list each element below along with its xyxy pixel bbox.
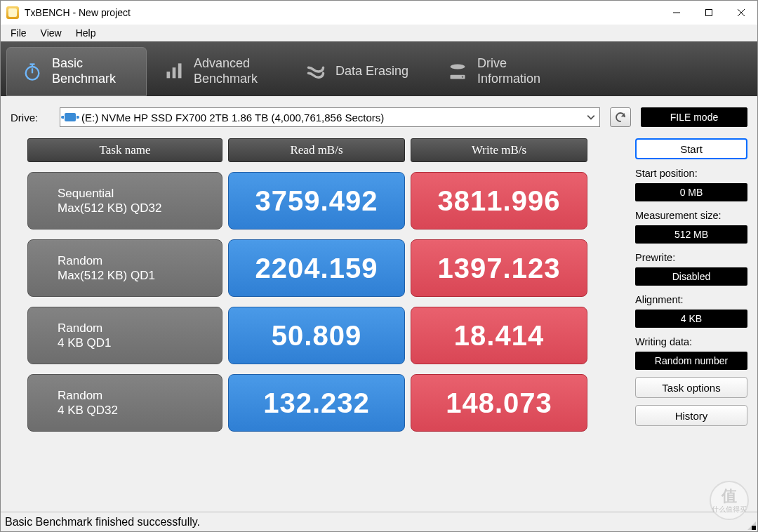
refresh-button[interactable] <box>610 107 631 127</box>
tab-data-erasing[interactable]: Data Erasing <box>290 47 430 96</box>
result-row: Random4 KB QD1 50.809 18.414 <box>27 307 627 364</box>
task-line1: Random <box>58 253 222 268</box>
task-cell: RandomMax(512 KB) QD1 <box>27 239 222 297</box>
status-bar: Basic Benchmark finished successfully. <box>1 512 757 531</box>
task-line2: Max(512 KB) QD1 <box>58 268 222 283</box>
maximize-button[interactable] <box>693 1 725 25</box>
start-label: Start <box>680 143 703 155</box>
watermark-bottom: 什么值得买 <box>712 505 747 513</box>
start-position-label: Start position: <box>635 168 747 179</box>
task-line2: 4 KB QD1 <box>58 335 222 350</box>
tab-basic-benchmark[interactable]: BasicBenchmark <box>6 47 147 96</box>
app-window: TxBENCH - New project File View Help Bas… <box>0 0 758 532</box>
write-value: 18.414 <box>411 307 587 364</box>
task-options-button[interactable]: Task options <box>635 377 747 398</box>
tab-advanced-benchmark[interactable]: AdvancedBenchmark <box>148 47 288 96</box>
menu-bar: File View Help <box>1 25 757 41</box>
erase-icon <box>306 62 326 81</box>
file-mode-button[interactable]: FILE mode <box>641 107 747 127</box>
task-line1: Random <box>58 321 222 335</box>
bars-icon <box>164 62 184 81</box>
task-line2: 4 KB QD32 <box>58 403 222 418</box>
header-task: Task name <box>27 138 222 162</box>
header-read: Read mB/s <box>228 138 405 162</box>
write-value: 1397.123 <box>411 239 587 297</box>
read-value: 2204.159 <box>228 239 405 297</box>
start-button[interactable]: Start <box>635 138 747 159</box>
svg-point-13 <box>462 76 463 77</box>
write-value: 3811.996 <box>411 172 587 230</box>
tab-label: Drive <box>477 56 540 72</box>
watermark-top: 值 <box>712 488 747 505</box>
title-bar: TxBENCH - New project <box>1 1 757 25</box>
app-icon <box>6 6 19 19</box>
refresh-icon <box>614 111 627 124</box>
measurement-size-value[interactable]: 512 MB <box>635 225 747 244</box>
drive-row: Drive: (E:) NVMe HP SSD FX700 2TB 1.86 T… <box>1 96 757 131</box>
tab-drive-information[interactable]: DriveInformation <box>432 47 572 96</box>
result-row: Random4 KB QD32 132.232 148.073 <box>27 374 627 432</box>
history-label: History <box>675 410 708 422</box>
task-line1: Sequential <box>58 186 222 201</box>
drive-select[interactable]: (E:) NVMe HP SSD FX700 2TB 1.86 TB (4,00… <box>60 107 600 127</box>
file-mode-label: FILE mode <box>670 112 718 123</box>
svg-rect-10 <box>178 63 182 78</box>
status-text: Basic Benchmark finished successfully. <box>5 516 200 528</box>
task-line2: Max(512 KB) QD32 <box>58 201 222 215</box>
alignment-value[interactable]: 4 KB <box>635 310 747 328</box>
menu-file[interactable]: File <box>5 26 32 40</box>
alignment-label: Alignment: <box>635 294 747 305</box>
read-value: 3759.492 <box>228 172 405 230</box>
writing-data-value[interactable]: Random number <box>635 352 747 370</box>
resize-grip-icon[interactable] <box>746 520 756 530</box>
measurement-size-label: Measurement size: <box>635 210 747 221</box>
close-button[interactable] <box>725 1 757 25</box>
tab-label: Data Erasing <box>335 64 408 79</box>
prewrite-label: Prewrite: <box>635 252 747 263</box>
svg-rect-8 <box>167 72 171 78</box>
svg-rect-9 <box>173 67 176 78</box>
prewrite-value[interactable]: Disabled <box>635 267 747 286</box>
chevron-down-icon <box>587 112 595 124</box>
writing-data-label: Writing data: <box>635 336 747 347</box>
svg-point-11 <box>451 65 465 69</box>
tab-label: Benchmark <box>52 72 116 87</box>
menu-view[interactable]: View <box>35 26 67 40</box>
drive-icon <box>448 62 467 81</box>
tabs-bar: BasicBenchmark AdvancedBenchmark Data Er… <box>1 41 757 96</box>
sidebar: Start Start position: 0 MB Measurement s… <box>635 138 747 512</box>
write-value: 148.073 <box>411 374 587 432</box>
drive-label: Drive: <box>11 112 50 124</box>
minimize-button[interactable] <box>660 1 693 25</box>
window-controls <box>660 1 757 25</box>
result-row: RandomMax(512 KB) QD1 2204.159 1397.123 <box>27 239 627 297</box>
results-header: Task name Read mB/s Write mB/s <box>27 138 627 162</box>
watermark-badge: 值什么值得买 <box>710 481 749 520</box>
read-value: 132.232 <box>228 374 405 432</box>
tab-label: Benchmark <box>194 72 258 87</box>
task-options-label: Task options <box>662 382 720 394</box>
history-button[interactable]: History <box>635 405 747 426</box>
task-cell: Random4 KB QD1 <box>27 307 222 364</box>
disk-icon <box>65 113 76 121</box>
task-cell: SequentialMax(512 KB) QD32 <box>27 172 222 230</box>
content-body: Task name Read mB/s Write mB/s Sequentia… <box>1 131 757 512</box>
stopwatch-icon <box>22 62 42 81</box>
tab-label: Advanced <box>194 56 258 72</box>
read-value: 50.809 <box>228 307 405 364</box>
tab-label: Information <box>477 72 540 87</box>
results-panel: Task name Read mB/s Write mB/s Sequentia… <box>27 138 627 512</box>
tab-label: Basic <box>52 56 116 72</box>
menu-help[interactable]: Help <box>70 26 102 40</box>
window-title: TxBENCH - New project <box>25 7 131 18</box>
header-write: Write mB/s <box>411 138 587 162</box>
drive-selected-text: (E:) NVMe HP SSD FX700 2TB 1.86 TB (4,00… <box>81 112 384 124</box>
task-cell: Random4 KB QD32 <box>27 374 222 432</box>
result-row: SequentialMax(512 KB) QD32 3759.492 3811… <box>27 172 627 230</box>
start-position-value[interactable]: 0 MB <box>635 183 747 201</box>
svg-rect-1 <box>706 10 712 16</box>
task-line1: Random <box>58 388 222 403</box>
